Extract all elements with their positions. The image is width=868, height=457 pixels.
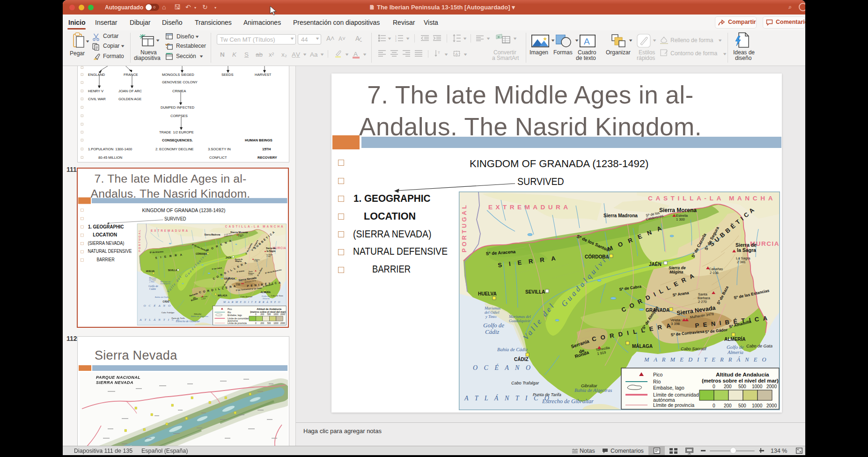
svg-text:A: A: [456, 52, 458, 56]
svg-text:PARQUE NACIONAL: PARQUE NACIONAL: [96, 375, 140, 380]
svg-text:A: A: [584, 37, 590, 46]
svg-text:SIERRA NEVADA: SIERRA NEVADA: [96, 380, 133, 385]
svg-text:T: T: [438, 51, 440, 55]
svg-text:3: 3: [395, 39, 397, 42]
